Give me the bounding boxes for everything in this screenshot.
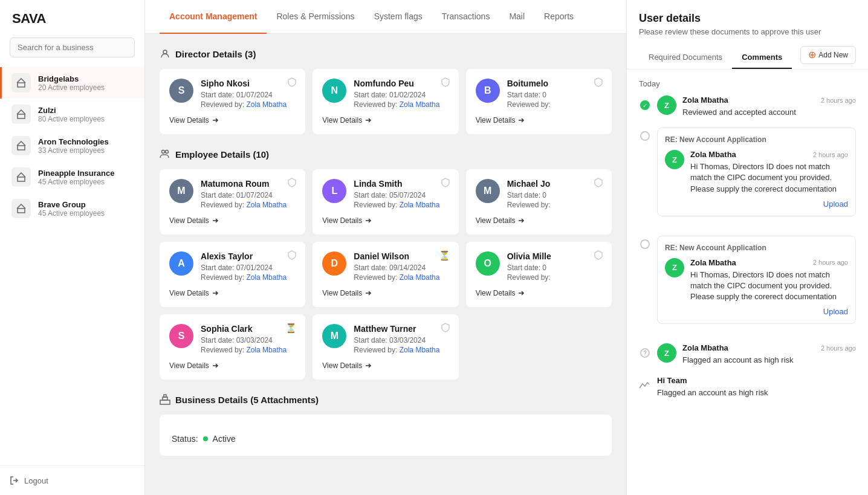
comment-card-title: RE: New Account Application (665, 135, 848, 144)
card-start-date: Start date: 07/01/2024 (201, 264, 296, 272)
card-start-date: Start date: 03/03/2024 (201, 336, 296, 345)
view-details-button[interactable]: View Details (322, 216, 449, 225)
view-details-button[interactable]: View Details (476, 216, 602, 225)
tab-comments[interactable]: Comments (732, 47, 792, 69)
reviewer-link[interactable]: Zola Mbatha (246, 100, 287, 109)
card-start-date: Start date: 01/07/2024 (201, 191, 296, 199)
card-reviewed: Reviewed by: Zola Mbatha (354, 100, 449, 109)
sidebar-item-bridgelabs[interactable]: Bridgelabs 20 Active employees (0, 67, 144, 99)
plus-icon: ⊕ (808, 50, 816, 60)
reviewer-link[interactable]: Zola Mbatha (246, 273, 287, 282)
comment-time: 2 hours ago (813, 151, 848, 158)
search-input[interactable] (10, 37, 135, 57)
tab-account-management[interactable]: Account Management (160, 0, 267, 34)
sidebar-item-aron[interactable]: Aron Technologies 33 Active employees (0, 130, 144, 161)
comment-text: Hi Thomas, Directors ID does not match m… (690, 270, 848, 303)
card-reviewed: Reviewed by: Zola Mbatha (354, 273, 449, 282)
logo: SAVA (0, 0, 144, 37)
card-name: Matthew Turner (354, 324, 449, 334)
card-reviewed: Reviewed by: Zola Mbatha (201, 201, 296, 209)
tab-required-documents[interactable]: Required Documents (639, 47, 732, 69)
commenter-avatar: Z (657, 95, 676, 115)
view-details-button[interactable]: View Details (476, 116, 602, 125)
avatar: O (476, 251, 500, 276)
view-details-button[interactable]: View Details (476, 289, 602, 297)
sidebar-item-sub: 20 Active employees (38, 83, 105, 92)
employee-card-1: L Linda Smith Start date: 05/07/2024 Rev… (313, 169, 458, 235)
add-new-label: Add New (818, 51, 848, 59)
logout-button[interactable]: Logout (0, 465, 144, 495)
reviewer-link[interactable]: Zola Mbatha (246, 346, 287, 354)
card-name: Daniel Wilson (354, 251, 449, 261)
shield-icon (287, 77, 297, 87)
view-details-button[interactable]: View Details (322, 289, 449, 297)
card-name: Linda Smith (354, 179, 449, 189)
svg-point-5 (163, 50, 167, 54)
comment-text: Hi Thomas, Directors ID does not match m… (690, 161, 848, 195)
card-reviewed: Reviewed by: (507, 201, 602, 209)
tab-reports[interactable]: Reports (534, 0, 583, 34)
business-icon (11, 136, 31, 155)
upload-link[interactable]: Upload (665, 199, 848, 209)
reviewer-link[interactable]: Zola Mbatha (400, 201, 440, 209)
status-label: Status: (172, 434, 198, 444)
tab-transactions[interactable]: Transactions (432, 0, 500, 34)
card-reviewed: Reviewed by: (507, 100, 602, 109)
shield-icon (441, 77, 450, 87)
sidebar-item-sub: 45 Active employees (38, 209, 105, 218)
add-new-button[interactable]: ⊕ Add New (800, 46, 856, 64)
tab-roles-permissions[interactable]: Roles & Permissions (267, 0, 364, 34)
panel-header: User details Please review these documen… (627, 0, 868, 70)
card-name: Boitumelo (507, 79, 602, 88)
svg-point-7 (166, 150, 169, 154)
tab-mail[interactable]: Mail (499, 0, 534, 34)
sidebar-item-pineapple[interactable]: Pineapple Insurance 45 Active employees (0, 161, 144, 193)
shield-icon (594, 250, 603, 260)
reviewer-link[interactable]: Zola Mbatha (400, 346, 440, 354)
employee-card-0: M Matumona Roum Start date: 01/07/2024 R… (160, 169, 305, 235)
view-details-button[interactable]: View Details (322, 361, 449, 370)
view-details-button[interactable]: View Details (322, 116, 449, 125)
comment-item-1: RE: New Account Application Z Zola Mbath… (639, 128, 856, 226)
view-details-button[interactable]: View Details (169, 116, 296, 125)
tab-system-flags[interactable]: System flags (364, 0, 432, 34)
comment-text: Reviewed and accepted account (682, 107, 856, 118)
commenter-name: Hi Team (657, 376, 687, 385)
reviewer-link[interactable]: Zola Mbatha (400, 273, 440, 282)
svg-rect-4 (18, 209, 25, 213)
view-details-button[interactable]: View Details (169, 216, 296, 225)
director-icon (160, 48, 170, 59)
sidebar-item-sub: 33 Active employees (38, 146, 109, 155)
card-name: Olivia Mille (507, 251, 602, 261)
status-dot (203, 436, 208, 441)
sidebar-item-brave[interactable]: Brave Group 45 Active employees (0, 193, 144, 224)
director-card-2: B Boitumelo Start date: 0 Reviewed by: V… (466, 69, 612, 134)
card-start-date: Start date: 01/07/2024 (201, 91, 296, 99)
shield-icon (441, 323, 450, 332)
view-details-button[interactable]: View Details (169, 289, 296, 297)
reviewer-link[interactable]: Zola Mbatha (246, 201, 287, 209)
arrow-right-icon (364, 217, 372, 224)
comment-text: Flagged an account as high risk (682, 355, 856, 366)
arrow-right-icon (364, 290, 372, 297)
sidebar-item-list: Bridgelabs 20 Active employees Zulzi 80 … (0, 67, 144, 465)
reviewer-link[interactable]: Zola Mbatha (400, 100, 440, 109)
shield-icon (287, 178, 297, 187)
employee-card-3: A Alexis Taylor Start date: 07/01/2024 R… (160, 242, 305, 307)
employee-card-4: D Daniel Wilson Start date: 09/14/2024 R… (313, 242, 458, 307)
employee-section-title: Employee Details (10) (175, 149, 269, 160)
arrow-right-icon (364, 117, 372, 124)
hourglass-icon: ⏳ (285, 323, 297, 334)
comment-time: 2 hours ago (821, 97, 856, 104)
status-row: Status: Active (172, 434, 600, 444)
card-reviewed: Reviewed by: Zola Mbatha (201, 346, 296, 354)
upload-link[interactable]: Upload (665, 307, 848, 316)
business-icon (11, 199, 31, 218)
avatar: A (169, 251, 193, 276)
card-reviewed: Reviewed by: Zola Mbatha (201, 273, 296, 282)
director-section-header: Director Details (3) (160, 48, 612, 59)
view-details-button[interactable]: View Details (169, 361, 296, 370)
card-start-date: Start date: 05/07/2024 (354, 191, 449, 199)
sidebar-item-zulzi[interactable]: Zulzi 80 Active employees (0, 99, 144, 130)
svg-rect-10 (164, 395, 166, 397)
